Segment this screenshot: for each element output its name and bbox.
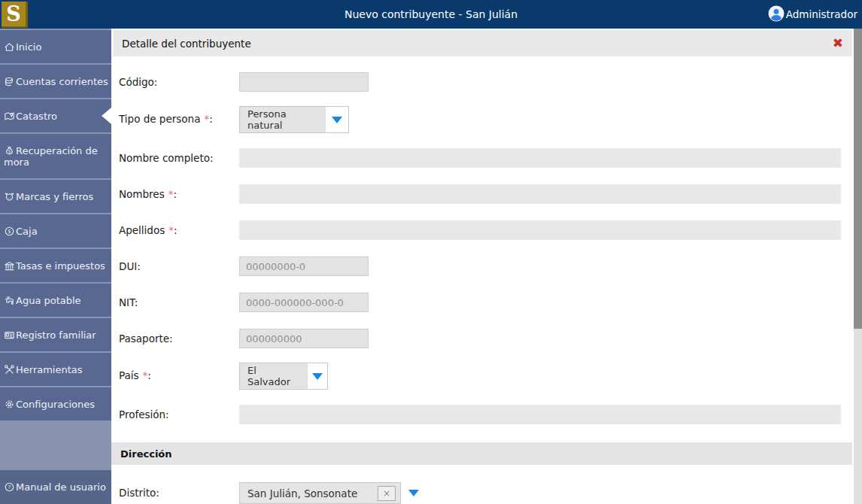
- vertical-scrollbar[interactable]: [854, 29, 862, 504]
- sidebar-item-label: Agua potable: [16, 295, 81, 306]
- sidebar-item-label: Marcas y fierros: [16, 191, 93, 202]
- field-row-profesion: Profesión:: [111, 405, 852, 424]
- direccion-section-title: Dirección: [120, 448, 172, 460]
- user-avatar-icon: [768, 5, 785, 24]
- top-bar: S Nuevo contribuyente - San Julián Admin…: [0, 0, 862, 29]
- sidebar-item-configuraciones[interactable]: Configuraciones: [0, 387, 111, 421]
- sidebar-item-inicio[interactable]: Inicio: [0, 30, 111, 63]
- chevron-down-icon: [325, 106, 349, 133]
- sidebar-item-label: Caja: [16, 226, 38, 237]
- contributor-detail-panel: Detalle del contribuyente ✖ Código: Tipo…: [111, 29, 852, 504]
- nombre-completo-label: Nombre completo:: [111, 148, 239, 168]
- field-row-dui: DUI:: [111, 257, 852, 276]
- dollar-circle-icon: $: [4, 226, 16, 237]
- distrito-label: Distrito:: [111, 482, 239, 504]
- field-row-nit: NIT:: [111, 293, 852, 312]
- sidebar-item-marcas-y-fierros[interactable]: Marcas y fierros: [0, 180, 111, 213]
- money-bag-icon: $: [4, 145, 16, 156]
- sidebar-item-registro-familiar[interactable]: Registro familiar: [0, 318, 111, 351]
- apellidos-label: Apellidos*:: [111, 220, 239, 240]
- distrito-selected-value: San Julián, Sonsonate ×: [239, 482, 401, 504]
- sidebar-item-agua-potable[interactable]: Agua potable: [0, 284, 111, 317]
- sidebar-item-label: Configuraciones: [16, 399, 95, 410]
- svg-text:?: ?: [8, 484, 11, 490]
- user-menu-button[interactable]: Administrador: [768, 0, 857, 29]
- sidebar: Inicio Cuentas corrientes Catastro $Recu…: [0, 29, 111, 504]
- sidebar-item-herramientas[interactable]: Herramientas: [0, 353, 111, 386]
- field-row-tipo-persona: Tipo de persona*: Persona natural: [111, 106, 852, 133]
- tipo-persona-select[interactable]: Persona natural: [239, 106, 349, 133]
- help-icon: ?: [4, 481, 16, 493]
- nit-label: NIT:: [111, 293, 239, 312]
- panel-title: Detalle del contribuyente: [122, 38, 251, 50]
- field-row-nombres: Nombres*:: [111, 184, 852, 204]
- map-pin-icon: [4, 111, 16, 122]
- clear-icon[interactable]: ×: [378, 486, 396, 501]
- sidebar-item-label: Cuentas corrientes: [16, 76, 108, 87]
- user-name-label: Administrador: [786, 8, 857, 20]
- sidebar-filler: [0, 421, 111, 470]
- pais-label: País*:: [111, 363, 239, 390]
- field-row-distrito: Distrito: San Julián, Sonsonate ×: [111, 482, 852, 504]
- dui-input[interactable]: [239, 257, 369, 276]
- sidebar-item-cuentas-corrientes[interactable]: Cuentas corrientes: [0, 65, 111, 98]
- field-row-pasaporte: Pasaporte:: [111, 329, 852, 348]
- profesion-label: Profesión:: [111, 405, 239, 424]
- faucet-icon: [4, 295, 16, 306]
- field-row-apellidos: Apellidos*:: [111, 220, 852, 240]
- pasaporte-input[interactable]: [239, 329, 369, 348]
- dui-label: DUI:: [111, 257, 239, 276]
- sidebar-item-label: Herramientas: [16, 364, 83, 375]
- sidebar-item-label: Inicio: [16, 41, 41, 53]
- panel-header: Detalle del contribuyente ✖: [113, 30, 852, 56]
- sidebar-item-label: Catastro: [16, 111, 57, 122]
- sidebar-item-catastro[interactable]: Catastro: [0, 99, 111, 132]
- codigo-label: Código:: [111, 72, 239, 92]
- sidebar-item-recuperacion-de-mora[interactable]: $Recuperación de mora: [0, 134, 111, 178]
- pasaporte-label: Pasaporte:: [111, 329, 239, 348]
- pais-selected-value: El Salvador: [239, 363, 307, 390]
- tipo-persona-selected-value: Persona natural: [239, 106, 325, 133]
- direccion-section-header: Dirección: [111, 442, 852, 465]
- sidebar-item-label: Registro familiar: [16, 329, 96, 341]
- pais-select[interactable]: El Salvador: [239, 363, 328, 390]
- nombre-completo-input[interactable]: [239, 148, 841, 168]
- gear-icon: [4, 399, 16, 410]
- distrito-value-text: San Julián, Sonsonate: [247, 487, 378, 499]
- svg-text:$: $: [8, 228, 11, 235]
- page-title: Nuevo contribuyente - San Julián: [0, 0, 862, 29]
- home-icon: [4, 41, 16, 53]
- sidebar-item-label: Recuperación de mora: [4, 145, 98, 168]
- scrollbar-thumb[interactable]: [854, 29, 862, 329]
- sidebar-item-caja[interactable]: $Caja: [0, 214, 111, 247]
- cow-icon: [4, 191, 16, 202]
- nombres-label: Nombres*:: [111, 184, 239, 204]
- sidebar-item-label: Tasas e impuestos: [16, 260, 105, 272]
- chevron-down-icon: [307, 363, 328, 390]
- nit-input[interactable]: [239, 293, 369, 312]
- field-row-pais: País*: El Salvador: [111, 363, 852, 390]
- close-icon[interactable]: ✖: [833, 37, 843, 50]
- required-marker: *: [168, 224, 174, 236]
- sidebar-item-manual-de-usuario[interactable]: ?Manual de usuario: [0, 470, 111, 504]
- tipo-persona-label: Tipo de persona*:: [111, 106, 239, 133]
- chevron-down-icon: [402, 482, 425, 504]
- codigo-input[interactable]: [239, 72, 369, 92]
- sidebar-item-tasas-e-impuestos[interactable]: Tasas e impuestos: [0, 249, 111, 282]
- bank-icon: [4, 260, 16, 272]
- id-card-icon: [4, 329, 16, 341]
- svg-text:$: $: [8, 149, 11, 153]
- apellidos-input[interactable]: [239, 220, 841, 240]
- tools-icon: [4, 364, 16, 375]
- distrito-combobox[interactable]: San Julián, Sonsonate ×: [239, 482, 425, 504]
- main-area: Detalle del contribuyente ✖ Código: Tipo…: [111, 29, 862, 504]
- sidebar-item-label: Manual de usuario: [16, 481, 106, 493]
- nombres-input[interactable]: [239, 184, 841, 204]
- field-row-codigo: Código:: [111, 72, 852, 92]
- coins-icon: [4, 76, 16, 87]
- profesion-input[interactable]: [239, 405, 841, 424]
- field-row-nombre-completo: Nombre completo:: [111, 148, 852, 168]
